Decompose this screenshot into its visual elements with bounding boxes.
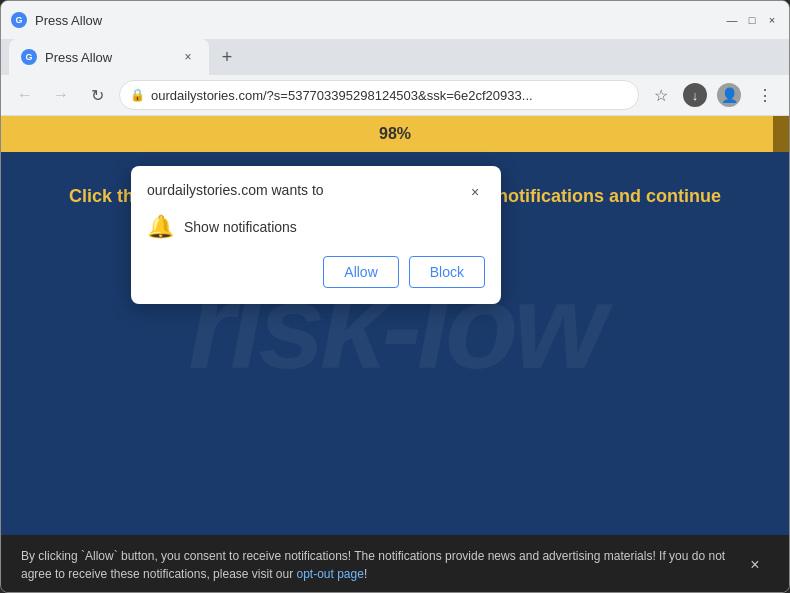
progress-bar-empty bbox=[773, 116, 789, 152]
consent-text: By clicking `Allow` button, you consent … bbox=[21, 547, 731, 583]
consent-bar: By clicking `Allow` button, you consent … bbox=[1, 535, 789, 593]
opt-out-link[interactable]: opt-out page bbox=[296, 567, 363, 581]
browser-chrome: G Press Allow — □ × G Press Allow × + ← … bbox=[1, 1, 789, 116]
address-bar: ← → ↻ 🔒 ourdailystories.com/?s=537703395… bbox=[1, 75, 789, 115]
window-controls: — □ × bbox=[725, 13, 779, 27]
close-window-button[interactable]: × bbox=[765, 13, 779, 27]
profile-icon[interactable]: 👤 bbox=[715, 81, 743, 109]
refresh-button[interactable]: ↻ bbox=[83, 81, 111, 109]
consent-close-button[interactable]: × bbox=[741, 551, 769, 579]
download-icon[interactable]: ↓ bbox=[683, 83, 707, 107]
lock-icon: 🔒 bbox=[130, 88, 145, 102]
progress-bar-container: 98% bbox=[1, 116, 789, 152]
content-area: risk-iow 98% Click the «Allow» button to… bbox=[1, 116, 789, 535]
minimize-button[interactable]: — bbox=[725, 13, 739, 27]
popup-close-button[interactable]: × bbox=[465, 182, 485, 202]
active-tab[interactable]: G Press Allow × bbox=[9, 39, 209, 75]
title-bar: G Press Allow — □ × bbox=[1, 1, 789, 39]
tab-favicon: G bbox=[11, 12, 27, 28]
popup-title: ourdailystories.com wants to bbox=[147, 182, 324, 198]
popup-header: ourdailystories.com wants to × bbox=[147, 182, 485, 202]
popup-buttons: Allow Block bbox=[147, 256, 485, 288]
profile-avatar: 👤 bbox=[717, 83, 741, 107]
notification-label: Show notifications bbox=[184, 219, 297, 235]
forward-button[interactable]: → bbox=[47, 81, 75, 109]
maximize-button[interactable]: □ bbox=[745, 13, 759, 27]
url-bar[interactable]: 🔒 ourdailystories.com/?s=537703395298124… bbox=[119, 80, 639, 110]
bell-icon: 🔔 bbox=[147, 214, 174, 240]
new-tab-button[interactable]: + bbox=[213, 43, 241, 71]
tab-site-favicon: G bbox=[21, 49, 37, 65]
popup-notification-row: 🔔 Show notifications bbox=[147, 214, 485, 240]
bookmark-star-icon[interactable]: ☆ bbox=[647, 81, 675, 109]
url-text: ourdailystories.com/?s=53770339529812450… bbox=[151, 88, 628, 103]
progress-text: 98% bbox=[379, 125, 411, 143]
allow-button[interactable]: Allow bbox=[323, 256, 398, 288]
tab-close-button[interactable]: × bbox=[179, 48, 197, 66]
block-button[interactable]: Block bbox=[409, 256, 485, 288]
tab-title: Press Allow bbox=[35, 13, 102, 28]
tab-bar: G Press Allow × + bbox=[1, 39, 789, 75]
notification-popup: ourdailystories.com wants to × 🔔 Show no… bbox=[131, 166, 501, 304]
browser-menu-button[interactable]: ⋮ bbox=[751, 81, 779, 109]
back-button[interactable]: ← bbox=[11, 81, 39, 109]
tab-label: Press Allow bbox=[45, 50, 112, 65]
